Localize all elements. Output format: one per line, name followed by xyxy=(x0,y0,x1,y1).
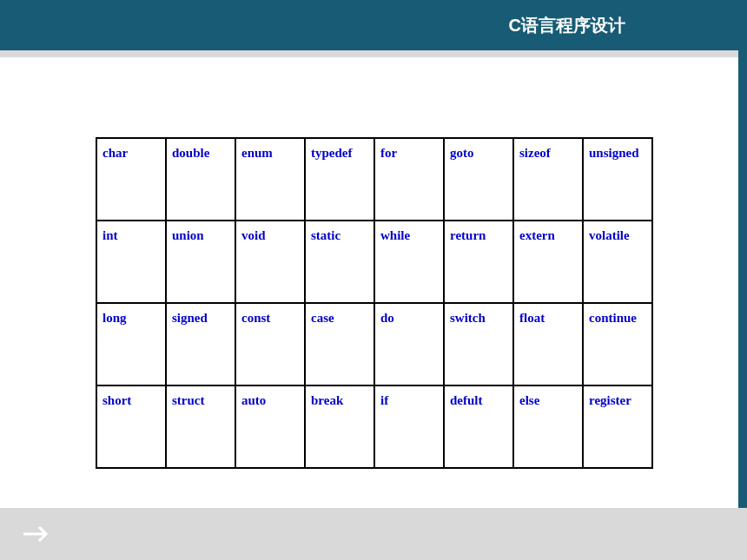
table-row: longsignedconstcasedoswitchfloatcontinue xyxy=(96,303,652,385)
keyword-cell: if xyxy=(374,385,444,468)
keyword-cell: case xyxy=(305,303,374,385)
keyword-cell: defult xyxy=(444,385,513,468)
keyword-cell: int xyxy=(96,221,166,303)
header-shadow xyxy=(0,50,747,57)
keyword-cell: for xyxy=(374,138,444,221)
keywords-table: chardoubleenumtypedefforgotosizeofunsign… xyxy=(96,137,653,469)
keyword-cell: switch xyxy=(444,303,513,385)
keyword-cell: static xyxy=(305,221,374,303)
keyword-cell: long xyxy=(96,303,166,385)
keyword-cell: continue xyxy=(583,303,652,385)
keyword-cell: struct xyxy=(166,385,235,468)
keyword-cell: auto xyxy=(235,385,305,468)
keyword-cell: short xyxy=(96,385,166,468)
keyword-cell: signed xyxy=(166,303,235,385)
keyword-cell: float xyxy=(513,303,583,385)
right-stripe xyxy=(738,50,747,560)
keyword-cell: void xyxy=(235,221,305,303)
keyword-cell: return xyxy=(444,221,513,303)
table-row: intunionvoidstaticwhilereturnexternvolat… xyxy=(96,221,652,303)
keyword-cell: while xyxy=(374,221,444,303)
keyword-cell: do xyxy=(374,303,444,385)
keyword-cell: volatile xyxy=(583,221,652,303)
keyword-cell: double xyxy=(166,138,235,221)
keyword-cell: enum xyxy=(235,138,305,221)
page-title: C语言程序设计 xyxy=(509,14,625,37)
header-bar: C语言程序设计 xyxy=(0,0,747,50)
keyword-cell: unsigned xyxy=(583,138,652,221)
table-row: shortstructautobreakifdefultelseregister xyxy=(96,385,652,468)
keyword-cell: break xyxy=(305,385,374,468)
keyword-cell: extern xyxy=(513,221,583,303)
keyword-cell: typedef xyxy=(305,138,374,221)
keyword-cell: const xyxy=(235,303,305,385)
keyword-cell: else xyxy=(513,385,583,468)
keyword-cell: goto xyxy=(444,138,513,221)
table-row: chardoubleenumtypedefforgotosizeofunsign… xyxy=(96,138,652,221)
keywords-table-container: chardoubleenumtypedefforgotosizeofunsign… xyxy=(96,137,653,469)
keyword-cell: union xyxy=(166,221,235,303)
bottom-bar xyxy=(0,508,747,560)
arrow-right-icon xyxy=(22,524,50,544)
keyword-cell: register xyxy=(583,385,652,468)
keyword-cell: char xyxy=(96,138,166,221)
keyword-cell: sizeof xyxy=(513,138,583,221)
